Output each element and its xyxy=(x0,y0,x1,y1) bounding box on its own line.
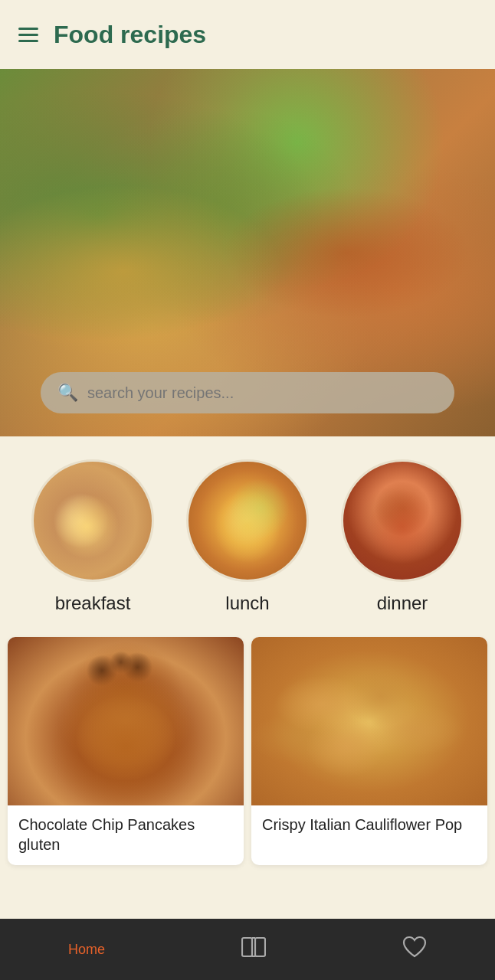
search-icon: 🔍 xyxy=(57,383,78,403)
page-title: Food recipes xyxy=(54,21,206,49)
recipe-info-1: Chocolate Chip Pancakes gluten xyxy=(8,805,244,865)
svg-rect-0 xyxy=(242,938,252,956)
breakfast-image xyxy=(31,459,154,582)
hero-banner: 🔍 xyxy=(0,69,495,436)
recipes-grid: Chocolate Chip Pancakes gluten Crispy It… xyxy=(0,629,495,865)
category-breakfast[interactable]: breakfast xyxy=(31,459,154,614)
menu-button[interactable] xyxy=(18,28,38,42)
recipe-title-1: Chocolate Chip Pancakes gluten xyxy=(18,816,195,853)
lunch-label: lunch xyxy=(225,593,269,614)
nav-home-label: Home xyxy=(68,942,105,958)
bottom-navigation: Home xyxy=(0,919,495,980)
recipe-thumbnail-1 xyxy=(8,637,244,805)
nav-bookmarks[interactable] xyxy=(226,930,281,969)
recipe-info-2: Crispy Italian Cauliflower Pop xyxy=(251,805,487,845)
breakfast-label: breakfast xyxy=(55,593,131,614)
book-icon xyxy=(241,936,266,963)
nav-home[interactable]: Home xyxy=(53,936,120,964)
svg-rect-1 xyxy=(255,938,265,956)
recipe-title-2: Crispy Italian Cauliflower Pop xyxy=(262,816,462,833)
heart-icon xyxy=(402,936,427,964)
recipe-thumbnail-2 xyxy=(251,637,487,805)
lunch-image xyxy=(186,459,309,582)
recipe-card-2[interactable]: Crispy Italian Cauliflower Pop xyxy=(251,637,487,865)
recipe-card-1[interactable]: Chocolate Chip Pancakes gluten xyxy=(8,637,244,865)
search-bar[interactable]: 🔍 xyxy=(41,372,454,413)
nav-favorites[interactable] xyxy=(387,929,442,970)
header: Food recipes xyxy=(0,0,495,69)
dinner-label: dinner xyxy=(377,593,428,614)
category-dinner[interactable]: dinner xyxy=(341,459,464,614)
category-lunch[interactable]: lunch xyxy=(186,459,309,614)
search-input[interactable] xyxy=(87,384,438,402)
dinner-image xyxy=(341,459,464,582)
categories-section: breakfast lunch dinner xyxy=(0,436,495,629)
